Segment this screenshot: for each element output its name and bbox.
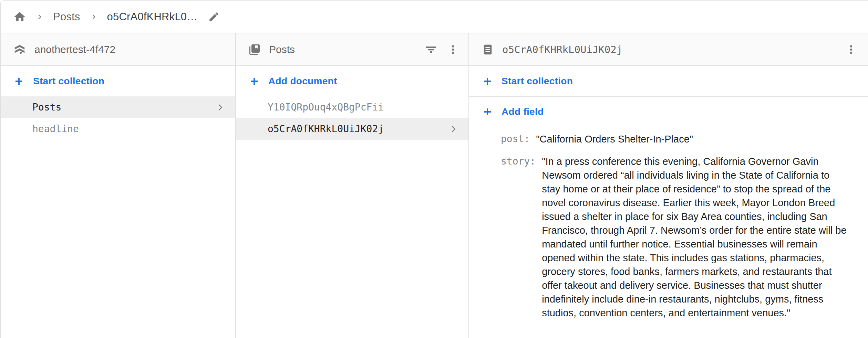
document-fields: post: "California Orders Shelter-In-Plac… <box>469 127 868 328</box>
add-field-label: Add field <box>502 106 544 117</box>
database-panel-header: anothertest-4f472 <box>1 33 235 66</box>
start-collection-button[interactable]: Start collection <box>1 66 235 96</box>
start-collection-label: Start collection <box>33 76 104 87</box>
database-title: anothertest-4f472 <box>34 44 226 55</box>
breadcrumb: Posts o5CrA0fKHRkL0… <box>1 1 868 33</box>
collection-name: headline <box>32 123 79 135</box>
start-collection-button[interactable]: Start collection <box>469 66 868 96</box>
start-collection-label: Start collection <box>502 76 573 87</box>
document-row-selected[interactable]: o5CrA0fKHRkL0UiJK02j <box>236 118 468 140</box>
document-detail-panel: o5CrA0fKHRkL0UiJK02j Start collection Ad… <box>469 33 868 338</box>
more-vert-icon[interactable] <box>845 44 857 55</box>
plus-icon <box>249 76 259 86</box>
collection-panel-header: Posts <box>236 33 468 66</box>
field-row-post: post: "California Orders Shelter-In-Plac… <box>501 132 849 146</box>
collection-row-posts[interactable]: Posts <box>1 96 235 118</box>
document-icon <box>482 43 494 56</box>
document-title: o5CrA0fKHRkL0UiJK02j <box>502 44 837 55</box>
collection-row-headline[interactable]: headline <box>1 118 235 140</box>
chevron-right-icon <box>215 103 225 112</box>
collection-name: Posts <box>32 102 61 113</box>
document-id: o5CrA0fKHRkL0UiJK02j <box>268 123 384 135</box>
firestore-database-icon <box>13 43 26 56</box>
plus-icon <box>482 76 493 86</box>
chevron-right-icon <box>90 13 97 21</box>
field-value[interactable]: "In a press conference this evening, Cal… <box>542 155 849 320</box>
home-icon[interactable] <box>13 10 26 23</box>
document-row[interactable]: Y10IQRpOuq4xQBgPcFii <box>236 96 468 118</box>
collection-title: Posts <box>269 44 416 55</box>
panels: anothertest-4f472 Start collection Posts… <box>1 33 868 338</box>
documents-panel: Posts Add document Y10IQRpOuq4xQBgPcFii … <box>236 33 469 338</box>
document-panel-header: o5CrA0fKHRkL0UiJK02j <box>469 33 868 66</box>
firestore-data-viewer: Posts o5CrA0fKHRkL0… anothertest-4f472 S… <box>0 0 868 338</box>
add-field-button[interactable]: Add field <box>469 97 868 127</box>
filter-icon[interactable] <box>424 43 437 56</box>
more-vert-icon[interactable] <box>447 44 459 55</box>
field-row-story: story: "In a press conference this eveni… <box>501 155 849 320</box>
chevron-right-icon <box>36 13 43 21</box>
add-document-label: Add document <box>268 76 337 87</box>
add-document-button[interactable]: Add document <box>236 66 468 96</box>
breadcrumb-collection[interactable]: Posts <box>53 11 80 23</box>
breadcrumb-document: o5CrA0fKHRkL0… <box>107 11 198 23</box>
field-key: story: <box>501 155 536 168</box>
plus-icon <box>482 107 493 117</box>
edit-pencil-icon[interactable] <box>208 11 220 23</box>
field-value[interactable]: "California Orders Shelter-In-Place" <box>536 132 693 146</box>
field-key: post: <box>501 132 530 146</box>
plus-icon <box>14 76 24 86</box>
collections-panel: anothertest-4f472 Start collection Posts… <box>1 33 236 338</box>
document-id: Y10IQRpOuq4xQBgPcFii <box>268 102 384 113</box>
collection-book-icon <box>248 43 261 56</box>
chevron-right-icon <box>448 124 458 134</box>
